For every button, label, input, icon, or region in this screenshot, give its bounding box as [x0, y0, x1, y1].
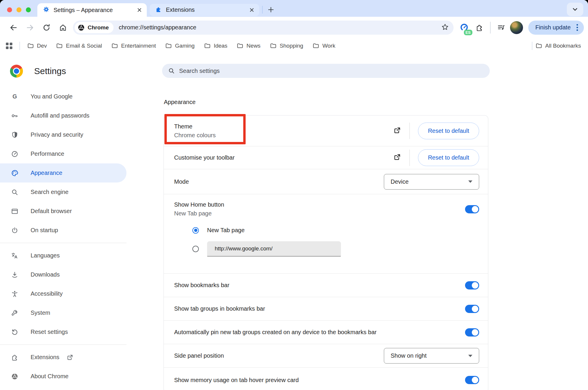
settings-main: Appearance Theme Chrome colours Reset to… [126, 53, 588, 390]
speedometer-icon [11, 150, 19, 158]
performance-gauge-icon[interactable]: ES [458, 21, 471, 34]
search-input[interactable] [179, 68, 484, 74]
bookmark-folder-entertainment[interactable]: Entertainment [111, 42, 156, 49]
home-button-toggle[interactable] [465, 205, 479, 213]
sidebar-item-system[interactable]: System [0, 303, 126, 322]
side-panel-label: Side panel position [174, 352, 224, 359]
dropdown-caret-icon [468, 180, 472, 183]
bookmark-folder-news[interactable]: News [236, 42, 261, 49]
browser-window: Settings – Appearance Extensions [0, 0, 588, 390]
close-icon[interactable] [248, 6, 256, 14]
tab-settings[interactable]: Settings – Appearance [37, 3, 147, 17]
browser-window-icon [11, 207, 19, 215]
extensions-puzzle-icon[interactable] [473, 21, 486, 34]
address-bar[interactable]: Chrome chrome://settings/appearance [73, 21, 454, 35]
close-window-button[interactable] [7, 7, 12, 12]
sidebar-item-default-browser[interactable]: Default browser [0, 202, 126, 221]
theme-row[interactable]: Theme Chrome colours Reset to default [164, 116, 488, 146]
settings-sidebar: Settings G You and Google Autofill and p… [0, 53, 126, 390]
bookmark-folder-dev[interactable]: Dev [27, 42, 47, 49]
memory-usage-toggle[interactable] [465, 376, 479, 384]
row-divider [409, 150, 410, 166]
custom-homepage-input[interactable] [207, 241, 341, 257]
restore-icon [11, 328, 19, 336]
tab-title: Extensions [166, 6, 248, 13]
mode-dropdown[interactable]: Device [384, 174, 479, 190]
home-button-sublabel: New Tab page [174, 210, 224, 217]
bookmark-folder-work[interactable]: Work [312, 42, 335, 49]
tab-extensions[interactable]: Extensions [150, 4, 259, 16]
page-title: Settings [34, 66, 66, 76]
radio-selected-icon[interactable] [192, 227, 199, 234]
sidebar-item-autofill[interactable]: Autofill and passwords [0, 106, 126, 125]
more-menu-icon[interactable] [574, 23, 580, 32]
es-badge: ES [464, 30, 472, 35]
profile-avatar[interactable] [510, 21, 523, 34]
finish-update-button[interactable]: Finish update [528, 21, 584, 35]
all-bookmarks-button[interactable]: All Bookmarks [535, 42, 581, 49]
reset-theme-button[interactable]: Reset to default [418, 123, 479, 139]
sidebar-item-accessibility[interactable]: Accessibility [0, 284, 126, 303]
folder-icon [165, 42, 172, 49]
tab-groups-row: Show tab groups in bookmarks bar [164, 297, 488, 320]
sidebar-item-extensions[interactable]: Extensions [0, 348, 126, 367]
close-icon[interactable] [136, 6, 143, 14]
ntp-radio-option[interactable]: New Tab page [192, 227, 479, 234]
url-text[interactable]: chrome://settings/appearance [119, 24, 441, 31]
external-link-icon [393, 153, 401, 162]
custom-url-radio-option[interactable] [192, 241, 479, 257]
new-tab-button[interactable] [266, 4, 276, 15]
dropdown-caret-icon [468, 355, 472, 357]
bookmark-folder-shopping[interactable]: Shopping [270, 42, 303, 49]
window-controls [0, 3, 37, 17]
zoom-window-button[interactable] [26, 7, 31, 12]
sidebar-item-you-and-google[interactable]: G You and Google [0, 87, 126, 106]
forward-button[interactable] [24, 21, 36, 34]
download-icon [11, 271, 19, 279]
sidebar-item-downloads[interactable]: Downloads [0, 265, 126, 284]
minimize-window-button[interactable] [16, 7, 21, 12]
sidebar-item-reset-settings[interactable]: Reset settings [0, 322, 126, 342]
bookmark-folder-ideas[interactable]: Ideas [204, 42, 227, 49]
sidebar-item-privacy[interactable]: Privacy and security [0, 125, 126, 144]
folder-icon [56, 42, 63, 49]
settings-header: Settings [0, 64, 126, 78]
sidebar-divider [0, 243, 126, 243]
reload-button[interactable] [40, 21, 53, 34]
auto-pin-toggle[interactable] [465, 328, 479, 337]
accessibility-person-icon [11, 290, 19, 298]
bookmark-star-icon[interactable] [441, 23, 449, 32]
sidebar-item-on-startup[interactable]: On startup [0, 221, 126, 240]
customise-toolbar-row[interactable]: Customise your toolbar Reset to default [164, 146, 488, 169]
shield-icon [11, 131, 19, 139]
site-chip-label: Chrome [88, 24, 109, 31]
sidebar-item-languages[interactable]: Languages [0, 246, 126, 265]
tab-search-button[interactable] [567, 3, 583, 16]
sidebar-item-about-chrome[interactable]: About Chrome [0, 367, 126, 386]
bookmarks-bar-toggle[interactable] [465, 281, 479, 289]
bookmarks-bar-row: Show bookmarks bar [164, 273, 488, 297]
settings-search[interactable] [162, 64, 490, 78]
sidebar-item-appearance[interactable]: Appearance [0, 163, 126, 183]
power-icon [11, 227, 19, 234]
radio-unselected-icon[interactable] [192, 246, 199, 252]
home-button[interactable] [56, 21, 69, 34]
side-panel-dropdown[interactable]: Show on right [384, 348, 479, 364]
sidebar-item-search-engine[interactable]: Search engine [0, 183, 126, 202]
tab-groups-toggle[interactable] [465, 305, 479, 313]
bookmark-folder-email-social[interactable]: Email & Social [56, 42, 102, 49]
bookmark-folder-gaming[interactable]: Gaming [165, 42, 195, 49]
apps-grid-icon[interactable] [6, 43, 12, 49]
sidebar-item-performance[interactable]: Performance [0, 144, 126, 163]
chrome-logo-icon [10, 65, 23, 78]
reset-toolbar-button[interactable]: Reset to default [418, 149, 479, 166]
svg-text:G: G [12, 93, 17, 99]
tab-title: Settings – Appearance [54, 7, 136, 14]
puzzle-icon [155, 6, 162, 14]
side-panel-value: Show on right [391, 352, 468, 359]
key-icon [11, 112, 19, 120]
back-button[interactable] [7, 21, 20, 34]
site-chip[interactable]: Chrome [75, 22, 114, 33]
media-playlist-icon[interactable] [495, 21, 508, 34]
mode-row: Mode Device [164, 169, 488, 194]
